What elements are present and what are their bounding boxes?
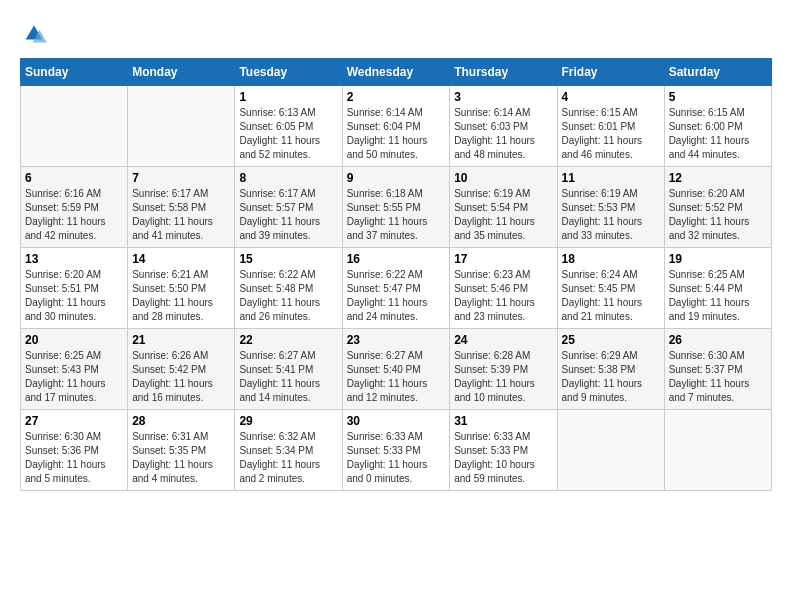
calendar-cell: 15Sunrise: 6:22 AM Sunset: 5:48 PM Dayli… (235, 248, 342, 329)
column-header-saturday: Saturday (664, 59, 771, 86)
day-info: Sunrise: 6:22 AM Sunset: 5:47 PM Dayligh… (347, 268, 446, 324)
day-info: Sunrise: 6:28 AM Sunset: 5:39 PM Dayligh… (454, 349, 552, 405)
day-info: Sunrise: 6:27 AM Sunset: 5:41 PM Dayligh… (239, 349, 337, 405)
column-header-tuesday: Tuesday (235, 59, 342, 86)
day-number: 18 (562, 252, 660, 266)
day-info: Sunrise: 6:21 AM Sunset: 5:50 PM Dayligh… (132, 268, 230, 324)
calendar-cell: 17Sunrise: 6:23 AM Sunset: 5:46 PM Dayli… (450, 248, 557, 329)
day-info: Sunrise: 6:14 AM Sunset: 6:03 PM Dayligh… (454, 106, 552, 162)
calendar-table: SundayMondayTuesdayWednesdayThursdayFrid… (20, 58, 772, 491)
day-info: Sunrise: 6:17 AM Sunset: 5:58 PM Dayligh… (132, 187, 230, 243)
day-info: Sunrise: 6:23 AM Sunset: 5:46 PM Dayligh… (454, 268, 552, 324)
day-number: 31 (454, 414, 552, 428)
column-header-sunday: Sunday (21, 59, 128, 86)
day-number: 23 (347, 333, 446, 347)
calendar-week-row: 13Sunrise: 6:20 AM Sunset: 5:51 PM Dayli… (21, 248, 772, 329)
day-number: 28 (132, 414, 230, 428)
day-info: Sunrise: 6:25 AM Sunset: 5:44 PM Dayligh… (669, 268, 767, 324)
calendar-cell: 29Sunrise: 6:32 AM Sunset: 5:34 PM Dayli… (235, 410, 342, 491)
column-header-wednesday: Wednesday (342, 59, 450, 86)
day-number: 13 (25, 252, 123, 266)
day-info: Sunrise: 6:15 AM Sunset: 6:01 PM Dayligh… (562, 106, 660, 162)
calendar-cell: 8Sunrise: 6:17 AM Sunset: 5:57 PM Daylig… (235, 167, 342, 248)
calendar-cell (21, 86, 128, 167)
calendar-cell: 23Sunrise: 6:27 AM Sunset: 5:40 PM Dayli… (342, 329, 450, 410)
calendar-header-row: SundayMondayTuesdayWednesdayThursdayFrid… (21, 59, 772, 86)
logo (20, 20, 52, 48)
day-number: 16 (347, 252, 446, 266)
day-number: 19 (669, 252, 767, 266)
calendar-cell: 11Sunrise: 6:19 AM Sunset: 5:53 PM Dayli… (557, 167, 664, 248)
day-number: 12 (669, 171, 767, 185)
calendar-cell: 21Sunrise: 6:26 AM Sunset: 5:42 PM Dayli… (128, 329, 235, 410)
day-number: 11 (562, 171, 660, 185)
day-info: Sunrise: 6:27 AM Sunset: 5:40 PM Dayligh… (347, 349, 446, 405)
day-info: Sunrise: 6:31 AM Sunset: 5:35 PM Dayligh… (132, 430, 230, 486)
day-info: Sunrise: 6:15 AM Sunset: 6:00 PM Dayligh… (669, 106, 767, 162)
calendar-cell: 28Sunrise: 6:31 AM Sunset: 5:35 PM Dayli… (128, 410, 235, 491)
day-info: Sunrise: 6:33 AM Sunset: 5:33 PM Dayligh… (347, 430, 446, 486)
day-number: 7 (132, 171, 230, 185)
day-number: 30 (347, 414, 446, 428)
day-info: Sunrise: 6:30 AM Sunset: 5:37 PM Dayligh… (669, 349, 767, 405)
calendar-week-row: 6Sunrise: 6:16 AM Sunset: 5:59 PM Daylig… (21, 167, 772, 248)
calendar-cell: 12Sunrise: 6:20 AM Sunset: 5:52 PM Dayli… (664, 167, 771, 248)
day-info: Sunrise: 6:18 AM Sunset: 5:55 PM Dayligh… (347, 187, 446, 243)
calendar-cell: 5Sunrise: 6:15 AM Sunset: 6:00 PM Daylig… (664, 86, 771, 167)
day-number: 10 (454, 171, 552, 185)
day-info: Sunrise: 6:22 AM Sunset: 5:48 PM Dayligh… (239, 268, 337, 324)
calendar-cell: 27Sunrise: 6:30 AM Sunset: 5:36 PM Dayli… (21, 410, 128, 491)
day-number: 26 (669, 333, 767, 347)
calendar-cell: 16Sunrise: 6:22 AM Sunset: 5:47 PM Dayli… (342, 248, 450, 329)
logo-icon (20, 20, 48, 48)
day-info: Sunrise: 6:19 AM Sunset: 5:53 PM Dayligh… (562, 187, 660, 243)
calendar-week-row: 27Sunrise: 6:30 AM Sunset: 5:36 PM Dayli… (21, 410, 772, 491)
day-info: Sunrise: 6:14 AM Sunset: 6:04 PM Dayligh… (347, 106, 446, 162)
day-number: 17 (454, 252, 552, 266)
day-info: Sunrise: 6:20 AM Sunset: 5:51 PM Dayligh… (25, 268, 123, 324)
day-number: 14 (132, 252, 230, 266)
day-info: Sunrise: 6:19 AM Sunset: 5:54 PM Dayligh… (454, 187, 552, 243)
day-number: 15 (239, 252, 337, 266)
calendar-cell: 9Sunrise: 6:18 AM Sunset: 5:55 PM Daylig… (342, 167, 450, 248)
day-number: 9 (347, 171, 446, 185)
day-info: Sunrise: 6:33 AM Sunset: 5:33 PM Dayligh… (454, 430, 552, 486)
day-number: 2 (347, 90, 446, 104)
calendar-cell: 26Sunrise: 6:30 AM Sunset: 5:37 PM Dayli… (664, 329, 771, 410)
day-number: 29 (239, 414, 337, 428)
day-info: Sunrise: 6:13 AM Sunset: 6:05 PM Dayligh… (239, 106, 337, 162)
calendar-cell: 1Sunrise: 6:13 AM Sunset: 6:05 PM Daylig… (235, 86, 342, 167)
calendar-week-row: 20Sunrise: 6:25 AM Sunset: 5:43 PM Dayli… (21, 329, 772, 410)
day-info: Sunrise: 6:16 AM Sunset: 5:59 PM Dayligh… (25, 187, 123, 243)
day-number: 1 (239, 90, 337, 104)
column-header-monday: Monday (128, 59, 235, 86)
column-header-thursday: Thursday (450, 59, 557, 86)
day-info: Sunrise: 6:29 AM Sunset: 5:38 PM Dayligh… (562, 349, 660, 405)
day-number: 6 (25, 171, 123, 185)
day-info: Sunrise: 6:30 AM Sunset: 5:36 PM Dayligh… (25, 430, 123, 486)
calendar-cell: 18Sunrise: 6:24 AM Sunset: 5:45 PM Dayli… (557, 248, 664, 329)
calendar-cell (664, 410, 771, 491)
day-number: 27 (25, 414, 123, 428)
calendar-cell: 25Sunrise: 6:29 AM Sunset: 5:38 PM Dayli… (557, 329, 664, 410)
calendar-cell: 6Sunrise: 6:16 AM Sunset: 5:59 PM Daylig… (21, 167, 128, 248)
day-info: Sunrise: 6:25 AM Sunset: 5:43 PM Dayligh… (25, 349, 123, 405)
calendar-cell: 22Sunrise: 6:27 AM Sunset: 5:41 PM Dayli… (235, 329, 342, 410)
calendar-cell: 14Sunrise: 6:21 AM Sunset: 5:50 PM Dayli… (128, 248, 235, 329)
day-info: Sunrise: 6:20 AM Sunset: 5:52 PM Dayligh… (669, 187, 767, 243)
calendar-cell: 30Sunrise: 6:33 AM Sunset: 5:33 PM Dayli… (342, 410, 450, 491)
calendar-cell: 10Sunrise: 6:19 AM Sunset: 5:54 PM Dayli… (450, 167, 557, 248)
day-number: 24 (454, 333, 552, 347)
calendar-week-row: 1Sunrise: 6:13 AM Sunset: 6:05 PM Daylig… (21, 86, 772, 167)
calendar-cell: 3Sunrise: 6:14 AM Sunset: 6:03 PM Daylig… (450, 86, 557, 167)
day-info: Sunrise: 6:26 AM Sunset: 5:42 PM Dayligh… (132, 349, 230, 405)
day-info: Sunrise: 6:32 AM Sunset: 5:34 PM Dayligh… (239, 430, 337, 486)
day-number: 25 (562, 333, 660, 347)
calendar-cell: 31Sunrise: 6:33 AM Sunset: 5:33 PM Dayli… (450, 410, 557, 491)
calendar-cell: 7Sunrise: 6:17 AM Sunset: 5:58 PM Daylig… (128, 167, 235, 248)
day-number: 4 (562, 90, 660, 104)
calendar-cell (128, 86, 235, 167)
page-header (20, 20, 772, 48)
calendar-cell: 24Sunrise: 6:28 AM Sunset: 5:39 PM Dayli… (450, 329, 557, 410)
day-number: 8 (239, 171, 337, 185)
